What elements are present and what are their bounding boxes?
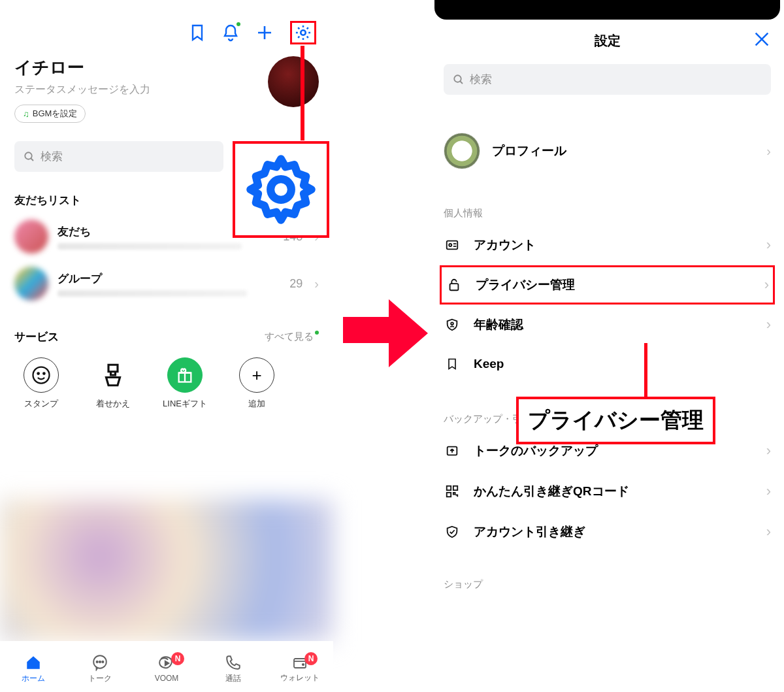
settings-title: 設定 xyxy=(595,32,621,50)
lock-icon xyxy=(446,278,463,292)
top-icons xyxy=(0,0,333,44)
settings-screen: 設定 検索 プロフィール › 個人情報 アカウント › プライバシー管理 › 年… xyxy=(431,0,784,692)
services-grid: スタンプ 着せかえ LINEギフト + 追加 xyxy=(0,348,333,419)
plus-icon[interactable] xyxy=(256,24,273,41)
settings-highlight xyxy=(290,21,316,44)
settings-keep[interactable]: Keep xyxy=(431,345,784,383)
tab-talk[interactable]: トーク xyxy=(71,654,129,684)
bookmark-icon[interactable] xyxy=(189,24,205,42)
svg-point-4 xyxy=(37,372,39,374)
status-bar xyxy=(434,0,780,20)
tab-voom[interactable]: VOOM N xyxy=(137,655,196,683)
chevron-right-icon: › xyxy=(314,276,319,291)
svg-point-17 xyxy=(451,322,453,325)
search-input[interactable]: 検索 xyxy=(14,141,223,172)
bgm-button[interactable]: ♫ BGMを設定 xyxy=(14,105,86,123)
home-screen: イチロー ステータスメッセージを入力 ♫ BGMを設定 検索 友だちリスト 友だ… xyxy=(0,0,333,692)
phone-icon xyxy=(225,654,242,671)
svg-point-0 xyxy=(301,30,305,35)
chevron-right-icon: › xyxy=(766,316,771,333)
chat-icon xyxy=(91,654,109,671)
account-icon xyxy=(444,238,461,252)
avatar xyxy=(444,133,480,169)
search-icon xyxy=(453,74,465,86)
section-shop: ショップ xyxy=(431,552,784,596)
service-add[interactable]: + 追加 xyxy=(234,357,280,410)
svg-rect-16 xyxy=(450,284,459,290)
groups-row[interactable]: グループ 29 › xyxy=(0,260,333,307)
settings-header: 設定 xyxy=(431,20,784,61)
groups-avatar xyxy=(14,267,48,301)
gear-icon[interactable] xyxy=(294,24,312,42)
bell-icon[interactable] xyxy=(222,24,239,42)
settings-age[interactable]: 年齢確認 › xyxy=(431,305,784,345)
groups-count: 29 xyxy=(289,277,302,291)
settings-account-transfer[interactable]: アカウント引き継ぎ › xyxy=(431,512,784,552)
profile-area[interactable]: イチロー ステータスメッセージを入力 ♫ BGMを設定 xyxy=(0,44,333,123)
friends-subtitle-redacted xyxy=(57,243,242,250)
close-icon[interactable] xyxy=(753,30,771,48)
shield-icon xyxy=(444,318,461,332)
gear-callout xyxy=(233,141,329,238)
bgm-label: BGMを設定 xyxy=(33,108,78,120)
annotation-connector xyxy=(301,46,304,140)
services-title: サービス xyxy=(14,329,59,344)
svg-point-3 xyxy=(33,367,50,384)
gear-icon xyxy=(244,153,318,226)
svg-point-5 xyxy=(43,372,45,374)
svg-point-2 xyxy=(25,152,32,159)
banner[interactable] xyxy=(0,500,333,641)
view-all-link[interactable]: すべて見る xyxy=(265,331,319,343)
svg-rect-19 xyxy=(447,486,451,490)
chevron-right-icon: › xyxy=(766,237,771,254)
profile-row[interactable]: プロフィール › xyxy=(431,95,784,188)
svg-point-1 xyxy=(270,179,291,200)
qr-icon xyxy=(444,484,461,499)
gift-icon xyxy=(167,357,203,393)
update-dot xyxy=(315,331,319,335)
svg-rect-20 xyxy=(453,486,457,490)
brush-icon xyxy=(95,357,131,393)
tab-call[interactable]: 通話 xyxy=(204,654,263,684)
flow-arrow xyxy=(340,294,431,372)
plus-icon: + xyxy=(239,357,274,393)
chevron-right-icon: › xyxy=(766,144,771,159)
smile-icon xyxy=(24,357,59,393)
chevron-right-icon: › xyxy=(764,276,769,293)
groups-title: グループ xyxy=(57,271,280,286)
svg-point-13 xyxy=(454,75,461,82)
svg-point-9 xyxy=(99,661,101,662)
chevron-right-icon: › xyxy=(766,442,771,459)
friends-avatar xyxy=(14,220,48,254)
shield-check-icon xyxy=(444,525,461,539)
settings-search[interactable]: 検索 xyxy=(444,64,771,95)
settings-privacy[interactable]: プライバシー管理 › xyxy=(440,265,775,305)
tab-bar: ホーム トーク VOOM N 通話 ウォレット N xyxy=(0,641,333,692)
annotation-connector xyxy=(644,343,647,398)
backup-icon xyxy=(444,444,461,458)
service-gift[interactable]: LINEギフト xyxy=(162,357,208,410)
section-personal: 個人情報 xyxy=(431,188,784,225)
svg-point-10 xyxy=(102,661,103,662)
service-theme[interactable]: 着せかえ xyxy=(90,357,136,410)
svg-rect-21 xyxy=(447,493,451,497)
new-badge: N xyxy=(304,652,318,665)
groups-subtitle-redacted xyxy=(57,290,247,297)
svg-point-15 xyxy=(449,244,451,246)
tab-home[interactable]: ホーム xyxy=(4,654,63,684)
chevron-right-icon: › xyxy=(766,523,771,540)
service-stamp[interactable]: スタンプ xyxy=(18,357,64,410)
settings-easy-qr[interactable]: かんたん引き継ぎQRコード › xyxy=(431,471,784,512)
chevron-right-icon: › xyxy=(766,483,771,500)
settings-account[interactable]: アカウント › xyxy=(431,225,784,265)
svg-point-12 xyxy=(302,663,304,665)
username: イチロー xyxy=(14,56,268,79)
music-note-icon: ♫ xyxy=(23,109,29,119)
home-icon xyxy=(24,654,42,671)
avatar[interactable] xyxy=(268,56,319,107)
status-message[interactable]: ステータスメッセージを入力 xyxy=(14,83,268,97)
notification-dot xyxy=(237,22,240,26)
search-icon xyxy=(24,151,35,163)
tab-wallet[interactable]: ウォレット N xyxy=(270,655,329,684)
bookmark-icon xyxy=(444,357,461,371)
